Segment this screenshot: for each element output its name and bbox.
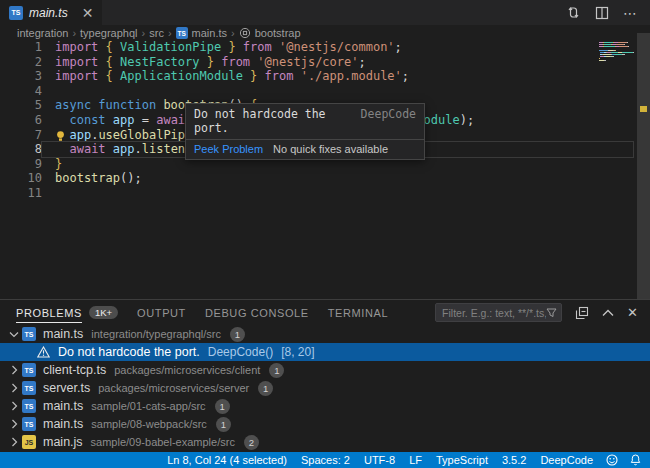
status-cursor-position[interactable]: Ln 8, Col 24 (4 selected) — [160, 454, 294, 466]
chevron-right-icon[interactable] — [6, 419, 22, 429]
close-tab-icon[interactable]: ✕ — [82, 6, 94, 20]
hover-actions-row: Peek Problem No quick fixes available — [186, 139, 424, 159]
filter-icon — [546, 307, 557, 318]
problems-count-badge: 1K+ — [89, 306, 118, 319]
tab-output[interactable]: OUTPUT — [137, 300, 186, 325]
problems-file-row[interactable]: TSmain.tsintegration/typegraphql/src1 — [0, 325, 650, 343]
status-language-mode[interactable]: TypeScript — [429, 454, 495, 466]
line-number: 3 — [0, 69, 42, 84]
file-path: packages/microservices/client — [114, 364, 260, 376]
code-line-4[interactable]: 4 — [0, 84, 650, 99]
vertical-scrollbar[interactable] — [637, 33, 650, 299]
more-actions-icon[interactable]: ⋯ — [623, 5, 638, 21]
line-content: import { NestFactory } from '@nestjs/cor… — [42, 55, 633, 70]
breadcrumb-separator: › — [231, 27, 235, 39]
problem-source: DeepCode() — [208, 345, 273, 359]
problems-filter[interactable] — [435, 303, 562, 322]
chevron-right-icon[interactable] — [6, 383, 22, 393]
peek-problem-link[interactable]: Peek Problem — [194, 143, 263, 155]
status-deepcode-status[interactable]: DeepCode — [533, 454, 600, 466]
feedback-smiley-icon[interactable] — [600, 454, 624, 466]
problem-message: Do not hardcode the port. — [58, 345, 200, 359]
breadcrumb-separator: › — [142, 27, 146, 39]
code-line-10[interactable]: 10bootstrap(); — [0, 171, 650, 186]
status-encoding[interactable]: UTF-8 — [357, 454, 402, 466]
problems-file-row[interactable]: TSclient-tcp.tspackages/microservices/cl… — [0, 361, 650, 379]
tab-terminal[interactable]: TERMINAL — [328, 300, 388, 325]
file-name: client-tcp.ts — [43, 363, 106, 377]
line-content: bootstrap(); — [42, 171, 633, 186]
code-line-3[interactable]: 3import { ApplicationModule } from './ap… — [0, 69, 650, 84]
panel-tabs: PROBLEMS 1K+ OUTPUT DEBUG CONSOLE TERMIN… — [16, 300, 388, 325]
typescript-file-icon: TS — [22, 417, 36, 431]
problem-location: [8, 20] — [281, 345, 314, 359]
hover-message: Do not hardcode the port. — [194, 107, 355, 135]
minimap[interactable] — [599, 42, 635, 64]
file-name: server.ts — [43, 381, 90, 395]
breadcrumb: integration›typegraphql›src›TSmain.ts›bo… — [0, 25, 650, 41]
code-line-2[interactable]: 2import { NestFactory } from '@nestjs/co… — [0, 55, 650, 70]
chevron-right-icon[interactable] — [6, 437, 22, 447]
hover-widget: Do not hardcode the port. DeepCode Peek … — [185, 103, 425, 160]
line-number: 8 — [0, 142, 42, 157]
code-line-1[interactable]: 1import { ValidationPipe } from '@nestjs… — [0, 40, 650, 55]
file-path: integration/typegraphql/src — [91, 328, 221, 340]
line-number: 1 — [0, 40, 42, 55]
file-name: main.ts — [43, 417, 83, 431]
line-number: 6 — [0, 113, 42, 128]
warning-icon — [37, 346, 50, 358]
status-indentation[interactable]: Spaces: 2 — [294, 454, 357, 466]
chevron-right-icon[interactable] — [6, 401, 22, 411]
editor-actions: ⋯ — [566, 0, 650, 25]
chevron-down-icon[interactable] — [6, 331, 22, 338]
typescript-file-icon: TS — [22, 363, 36, 377]
line-number: 5 — [0, 98, 42, 113]
tab-debug-console[interactable]: DEBUG CONSOLE — [205, 300, 309, 325]
notifications-bell-icon[interactable] — [624, 454, 650, 466]
tab-problems[interactable]: PROBLEMS 1K+ — [16, 300, 118, 325]
breadcrumb-item-typegraphql[interactable]: typegraphql — [80, 27, 138, 39]
quick-fix-hint: No quick fixes available — [273, 143, 388, 155]
breadcrumb-item-bootstrap[interactable]: bootstrap — [239, 27, 301, 39]
problems-file-row[interactable]: TSmain.tssample/01-cats-app/src1 — [0, 397, 650, 415]
breadcrumb-item-main.ts[interactable]: TSmain.ts — [176, 27, 227, 39]
problem-count-badge: 2 — [244, 435, 259, 450]
problem-count-badge: 1 — [215, 399, 230, 414]
problems-file-row[interactable]: TSserver.tspackages/microservices/server… — [0, 379, 650, 397]
vscode-window: TS main.ts ✕ ⋯ integration›typegraphql›s… — [0, 0, 650, 468]
panel-controls: ✕ — [435, 303, 650, 322]
problem-row-selected[interactable]: Do not hardcode the port.DeepCode()[8, 2… — [0, 343, 650, 361]
problem-count-badge: 1 — [230, 327, 245, 342]
typescript-file-icon: TS — [22, 381, 36, 395]
problem-count-badge: 1 — [258, 381, 273, 396]
status-bar: Ln 8, Col 24 (4 selected)Spaces: 2UTF-8L… — [0, 452, 650, 468]
breadcrumb-separator: › — [168, 27, 172, 39]
filter-input[interactable] — [442, 307, 546, 319]
line-number: 4 — [0, 84, 42, 99]
chevron-right-icon[interactable] — [6, 365, 22, 375]
breadcrumb-item-integration[interactable]: integration — [17, 27, 68, 39]
file-path: sample/01-cats-app/src — [91, 400, 205, 412]
problems-file-row[interactable]: JSmain.jssample/09-babel-example/src2 — [0, 433, 650, 451]
line-number: 11 — [0, 186, 42, 201]
typescript-file-icon: TS — [9, 6, 23, 20]
problems-file-row[interactable]: TSmain.tssample/08-webpack/src1 — [0, 415, 650, 433]
close-panel-icon[interactable]: ✕ — [627, 306, 638, 319]
collapse-all-icon[interactable] — [575, 306, 589, 320]
maximize-panel-icon[interactable] — [602, 309, 614, 317]
code-editor[interactable]: 1import { ValidationPipe } from '@nestjs… — [0, 40, 650, 299]
line-number: 10 — [0, 171, 42, 186]
javascript-file-icon: JS — [22, 435, 36, 449]
line-content — [42, 186, 633, 201]
status-typescript-version[interactable]: 3.5.2 — [495, 454, 533, 466]
breadcrumb-item-src[interactable]: src — [149, 27, 164, 39]
hover-source: DeepCode — [361, 107, 416, 135]
typescript-file-icon: TS — [22, 399, 36, 413]
breadcrumb-separator: › — [72, 27, 76, 39]
code-line-11[interactable]: 11 — [0, 186, 650, 201]
split-editor-icon[interactable] — [595, 6, 609, 20]
line-content — [42, 84, 633, 99]
tab-main-ts[interactable]: TS main.ts ✕ — [0, 0, 102, 25]
compare-changes-icon[interactable] — [566, 5, 581, 20]
status-eol[interactable]: LF — [402, 454, 429, 466]
